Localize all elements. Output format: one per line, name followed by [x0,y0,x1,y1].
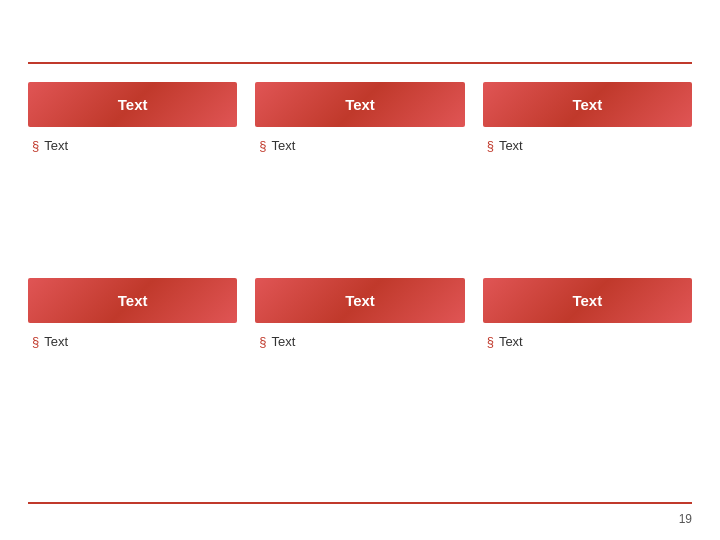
bullet-top-1: § [32,137,39,155]
bullet-bottom-3: § [487,333,494,351]
card-bottom-1: Text § Text [28,278,237,355]
card-top-1: Text § Text [28,82,237,159]
card-top-2: Text § Text [255,82,464,159]
card-top-2-header: Text [255,82,464,127]
card-top-2-text: Text [272,137,296,155]
bullet-top-2: § [259,137,266,155]
card-bottom-2-header: Text [255,278,464,323]
card-bottom-1-body: § Text [28,323,237,355]
card-top-3-body: § Text [483,127,692,159]
card-bottom-2: Text § Text [255,278,464,355]
card-bottom-3-body: § Text [483,323,692,355]
card-top-3-header: Text [483,82,692,127]
bottom-divider [28,502,692,504]
top-divider [28,62,692,64]
card-bottom-1-header: Text [28,278,237,323]
card-bottom-3-header: Text [483,278,692,323]
card-bottom-2-text: Text [272,333,296,351]
card-bottom-3-text: Text [499,333,523,351]
bottom-card-row: Text § Text Text § Text Text § Text [28,278,692,355]
bullet-bottom-1: § [32,333,39,351]
card-top-2-body: § Text [255,127,464,159]
card-bottom-1-text: Text [44,333,68,351]
top-card-row: Text § Text Text § Text Text § Text [28,82,692,159]
card-bottom-3: Text § Text [483,278,692,355]
page-number: 19 [679,512,692,526]
card-top-3-text: Text [499,137,523,155]
card-top-3: Text § Text [483,82,692,159]
bullet-top-3: § [487,137,494,155]
card-top-1-header: Text [28,82,237,127]
card-bottom-2-body: § Text [255,323,464,355]
bullet-bottom-2: § [259,333,266,351]
page-container: Text § Text Text § Text Text § Text Text [0,0,720,540]
card-top-1-text: Text [44,137,68,155]
card-top-1-body: § Text [28,127,237,159]
